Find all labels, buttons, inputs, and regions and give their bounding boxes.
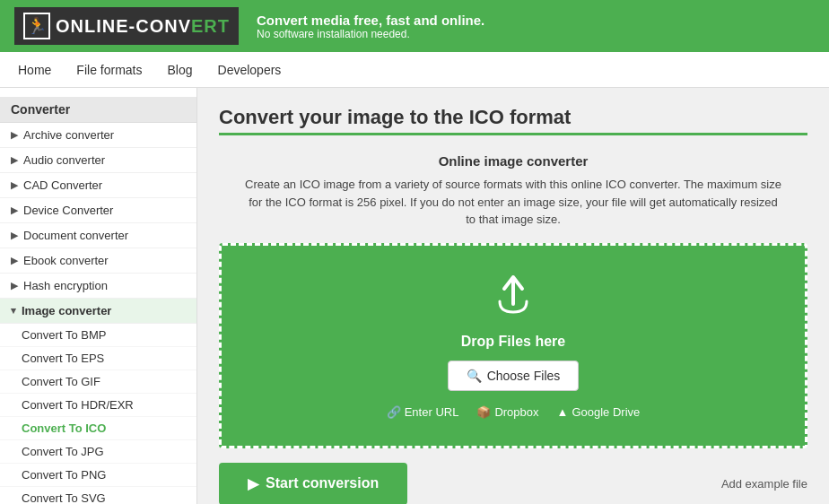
add-example-link[interactable]: Add example file bbox=[721, 477, 807, 491]
sidebar-item-label: Audio converter bbox=[23, 153, 105, 167]
sidebar-item-cad[interactable]: ▶ CAD Converter bbox=[0, 173, 196, 198]
sidebar-header: Converter bbox=[0, 97, 196, 123]
google-drive-label: Google Drive bbox=[572, 405, 640, 419]
arrow-icon: ▶ bbox=[11, 255, 18, 266]
sidebar-item-label: Document converter bbox=[23, 229, 128, 242]
sidebar-item-label: Device Converter bbox=[23, 204, 113, 217]
start-btn-label: Start conversion bbox=[266, 475, 379, 491]
sidebar-item-ebook[interactable]: ▶ Ebook converter bbox=[0, 248, 196, 274]
logo-text: ONLINE-CONVERT bbox=[56, 16, 230, 37]
tagline-main: Convert media free, fast and online. bbox=[257, 13, 484, 28]
google-drive-icon: ▲ bbox=[557, 405, 569, 419]
sidebar-item-label: Archive converter bbox=[23, 128, 114, 142]
page-title: Convert your image to the ICO format bbox=[219, 106, 807, 129]
sidebar-sub-bmp[interactable]: Convert To BMP bbox=[0, 324, 196, 347]
arrow-icon: ▶ bbox=[11, 179, 18, 191]
drop-links: 🔗 Enter URL 📦 Dropbox ▲ Google Drive bbox=[387, 405, 641, 419]
sidebar-sub-gif[interactable]: Convert To GIF bbox=[0, 370, 196, 394]
play-icon: ▶ bbox=[248, 475, 258, 492]
info-title: Online image converter bbox=[219, 153, 807, 169]
tagline-sub: No software installation needed. bbox=[257, 28, 484, 40]
sidebar-sub-svg[interactable]: Convert To SVG bbox=[0, 487, 196, 504]
nav-home[interactable]: Home bbox=[14, 54, 55, 86]
title-divider bbox=[219, 133, 807, 135]
sidebar-sub-png[interactable]: Convert To PNG bbox=[0, 464, 196, 487]
sidebar-item-label: Hash encryption bbox=[23, 279, 108, 292]
enter-url-label: Enter URL bbox=[405, 405, 459, 419]
nav-file-formats[interactable]: File formats bbox=[73, 54, 145, 86]
arrow-open-icon: ▾ bbox=[11, 305, 16, 317]
arrow-icon: ▶ bbox=[11, 280, 18, 291]
dropbox-label: Dropbox bbox=[494, 405, 538, 419]
choose-files-button[interactable]: 🔍 Choose Files bbox=[448, 361, 580, 391]
search-icon: 🔍 bbox=[467, 369, 482, 383]
sidebar-item-archive[interactable]: ▶ Archive converter bbox=[0, 123, 196, 148]
sidebar-item-hash[interactable]: ▶ Hash encryption bbox=[0, 274, 196, 299]
logo[interactable]: 🏃 ONLINE-CONVERT bbox=[14, 7, 239, 45]
info-text: Create an ICO image from a variety of so… bbox=[244, 176, 782, 229]
header-tagline: Convert media free, fast and online. No … bbox=[257, 13, 484, 40]
sidebar-sub-eps[interactable]: Convert To EPS bbox=[0, 347, 196, 370]
sidebar-item-device[interactable]: ▶ Device Converter bbox=[0, 198, 196, 223]
choose-btn-label: Choose Files bbox=[487, 369, 561, 383]
arrow-icon: ▶ bbox=[11, 154, 18, 166]
arrow-icon: ▶ bbox=[11, 204, 18, 216]
enter-url-link[interactable]: 🔗 Enter URL bbox=[387, 405, 459, 419]
dropbox-icon: 📦 bbox=[476, 405, 491, 419]
sidebar-item-document[interactable]: ▶ Document converter bbox=[0, 223, 196, 248]
sidebar-item-label: CAD Converter bbox=[23, 178, 102, 192]
sidebar-sub-jpg[interactable]: Convert To JPG bbox=[0, 440, 196, 464]
info-box: Online image converter Create an ICO ima… bbox=[219, 153, 807, 229]
sidebar-item-label: Ebook converter bbox=[23, 254, 109, 267]
layout: Converter ▶ Archive converter ▶ Audio co… bbox=[0, 88, 829, 504]
sidebar-item-image[interactable]: ▾ Image converter bbox=[0, 299, 196, 324]
upload-icon bbox=[491, 273, 536, 323]
nav-bar: Home File formats Blog Developers bbox=[0, 52, 829, 88]
drop-label: Drop Files here bbox=[461, 334, 565, 350]
sidebar-sub-hdr[interactable]: Convert To HDR/EXR bbox=[0, 394, 196, 417]
link-icon: 🔗 bbox=[387, 405, 401, 419]
nav-developers[interactable]: Developers bbox=[214, 54, 285, 86]
logo-icon: 🏃 bbox=[23, 13, 50, 39]
google-drive-link[interactable]: ▲ Google Drive bbox=[557, 405, 641, 419]
drop-zone[interactable]: Drop Files here 🔍 Choose Files 🔗 Enter U… bbox=[219, 243, 807, 448]
arrow-icon: ▶ bbox=[11, 230, 18, 241]
start-conversion-button[interactable]: ▶ Start conversion bbox=[219, 463, 407, 505]
sidebar-item-audio[interactable]: ▶ Audio converter bbox=[0, 148, 196, 173]
header: 🏃 ONLINE-CONVERT Convert media free, fas… bbox=[0, 0, 829, 52]
dropbox-link[interactable]: 📦 Dropbox bbox=[476, 405, 538, 419]
nav-blog[interactable]: Blog bbox=[163, 54, 196, 86]
sidebar-item-label: Image converter bbox=[22, 304, 111, 317]
sidebar: Converter ▶ Archive converter ▶ Audio co… bbox=[0, 88, 197, 504]
sidebar-sub-ico[interactable]: Convert To ICO bbox=[0, 417, 196, 440]
bottom-row: ▶ Start conversion Add example file bbox=[219, 463, 807, 505]
main-content: Convert your image to the ICO format Onl… bbox=[197, 88, 829, 504]
arrow-icon: ▶ bbox=[11, 129, 18, 141]
